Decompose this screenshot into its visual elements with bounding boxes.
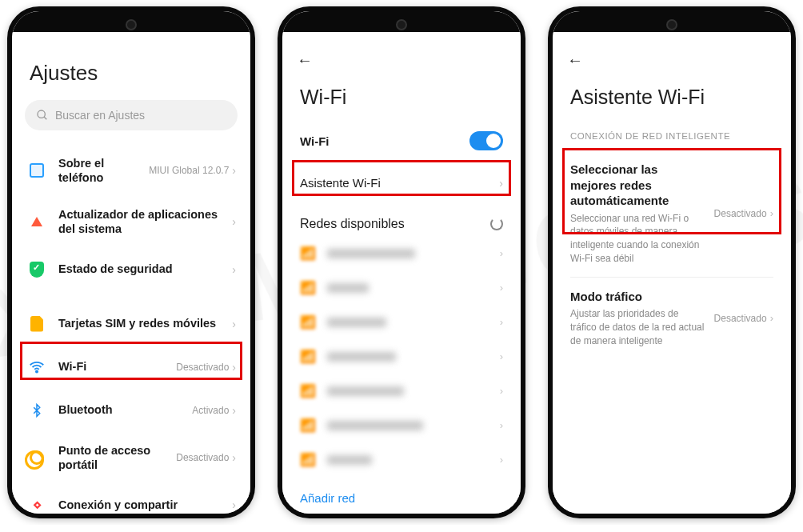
chevron-right-icon: › — [232, 164, 236, 177]
share-icon: ⋄ — [33, 496, 42, 514]
row-label: Bluetooth — [58, 402, 192, 417]
search-input[interactable]: Buscar en Ajustes — [25, 100, 238, 130]
network-name-blurred — [327, 283, 369, 293]
chevron-right-icon: › — [500, 454, 503, 466]
chevron-right-icon: › — [232, 498, 236, 511]
wifi-icon — [28, 358, 46, 376]
chevron-right-icon: › — [232, 361, 236, 374]
chevron-right-icon: › — [500, 419, 503, 431]
search-placeholder: Buscar en Ajustes — [55, 109, 145, 122]
page-title: Wi-Fi — [282, 76, 521, 126]
row-state: Desactivado› — [714, 312, 773, 324]
chevron-right-icon: › — [770, 312, 773, 324]
row-traffic-mode[interactable]: Modo tráfico Ajustar las prioridades de … — [553, 278, 791, 359]
chevron-right-icon: › — [770, 207, 773, 219]
row-connection-sharing[interactable]: ⋄ Conexión y compartir › — [17, 483, 246, 514]
network-row[interactable]: 📶› — [282, 374, 521, 408]
wifi-icon: 📶 — [300, 452, 316, 467]
chevron-right-icon: › — [500, 350, 503, 362]
row-description: Seleccionar una red Wi-Fi o datos móvile… — [570, 212, 705, 266]
row-value: MIUI Global 12.0.7 — [149, 165, 229, 176]
phone-frame-settings: Ajustes Buscar en Ajustes Sobre el teléf… — [7, 6, 255, 518]
network-row[interactable]: 📶› — [282, 305, 521, 339]
wifi-toggle-label: Wi-Fi — [300, 134, 330, 148]
page-title: Ajustes — [12, 38, 250, 100]
network-name-blurred — [327, 352, 396, 362]
search-icon — [36, 109, 49, 122]
wifi-toggle[interactable] — [469, 131, 503, 150]
wifi-toggle-row[interactable]: Wi-Fi — [282, 126, 521, 163]
network-row[interactable]: 📶› — [282, 339, 521, 374]
row-auto-select-network[interactable]: Seleccionar las mejores redes automática… — [553, 150, 791, 277]
wifi-icon: 📶 — [300, 383, 316, 398]
hotspot-icon — [30, 450, 44, 465]
wifi-icon: 📶 — [300, 349, 316, 364]
chevron-right-icon: › — [500, 316, 503, 328]
settings-list: Sobre el teléfono MIUI Global 12.0.7 › A… — [12, 145, 250, 514]
add-network-link[interactable]: Añadir red — [282, 477, 521, 514]
row-wifi[interactable]: Wi-Fi Desactivado › — [17, 346, 246, 389]
svg-line-1 — [44, 117, 46, 119]
row-value: Desactivado — [176, 362, 229, 373]
chevron-right-icon: › — [232, 318, 236, 330]
row-description: Ajustar las prioridades de tráfico de da… — [570, 307, 705, 347]
row-label: Asistente Wi-Fi — [300, 176, 381, 190]
chevron-right-icon: › — [232, 404, 236, 417]
phone-frame-wifi-assistant: ← Asistente Wi-Fi CONEXIÓN DE RED INTELI… — [548, 6, 796, 518]
chevron-right-icon: › — [500, 247, 503, 259]
section-available-networks: Redes disponibles — [282, 202, 521, 236]
network-name-blurred — [327, 421, 423, 430]
row-state: Desactivado› — [714, 207, 773, 219]
row-label: Tarjetas SIM y redes móviles — [58, 316, 232, 330]
row-label: Wi-Fi — [58, 359, 176, 374]
svg-point-2 — [36, 370, 38, 372]
bluetooth-icon — [30, 402, 44, 419]
row-about-phone[interactable]: Sobre el teléfono MIUI Global 12.0.7 › — [17, 145, 246, 196]
sim-icon — [30, 316, 43, 332]
network-name-blurred — [327, 318, 386, 327]
update-icon — [31, 217, 42, 226]
svg-point-0 — [38, 110, 45, 118]
row-hotspot[interactable]: Punto de acceso portátil Desactivado › — [17, 432, 246, 483]
network-list: 📶›📶›📶›📶›📶›📶›📶› — [282, 236, 521, 477]
phone-frame-wifi: ← Wi-Fi Wi-Fi Asistente Wi-Fi › Redes di… — [278, 6, 525, 518]
section-label: Redes disponibles — [300, 217, 405, 231]
page-title: Asistente Wi-Fi — [553, 76, 791, 126]
network-name-blurred — [327, 249, 415, 258]
row-title: Seleccionar las mejores redes automática… — [570, 162, 705, 209]
row-bluetooth[interactable]: Bluetooth Activado › — [17, 389, 246, 432]
row-system-app-updater[interactable]: Actualizador de aplicaciones del sistema… — [17, 196, 246, 247]
network-name-blurred — [327, 455, 372, 465]
row-value: Activado — [192, 405, 229, 416]
wifi-icon: 📶 — [300, 418, 316, 433]
shield-icon — [30, 262, 44, 278]
wifi-icon: 📶 — [300, 246, 316, 261]
row-label: Actualizador de aplicaciones del sistema — [58, 207, 232, 236]
row-label: Conexión y compartir — [58, 498, 232, 512]
chevron-right-icon: › — [232, 451, 236, 464]
device-icon — [30, 163, 44, 178]
network-row[interactable]: 📶› — [282, 408, 521, 442]
chevron-right-icon: › — [500, 385, 503, 397]
row-security-status[interactable]: Estado de seguridad › — [17, 248, 246, 291]
network-row[interactable]: 📶› — [282, 270, 521, 305]
chevron-right-icon: › — [232, 215, 236, 228]
network-name-blurred — [327, 386, 404, 396]
network-row[interactable]: 📶› — [282, 236, 521, 270]
chevron-right-icon: › — [499, 177, 503, 190]
back-button[interactable]: ← — [567, 51, 583, 69]
network-row[interactable]: 📶› — [282, 442, 521, 477]
row-label: Punto de acceso portátil — [58, 443, 176, 472]
row-label: Sobre el teléfono — [58, 156, 149, 185]
row-sim-cards[interactable]: Tarjetas SIM y redes móviles › — [17, 302, 246, 346]
chevron-right-icon: › — [232, 263, 236, 276]
refresh-spinner-icon[interactable] — [490, 218, 503, 230]
back-button[interactable]: ← — [297, 51, 313, 69]
row-label: Estado de seguridad — [58, 262, 232, 276]
row-title: Modo tráfico — [570, 289, 705, 305]
section-caption: CONEXIÓN DE RED INTELIGENTE — [553, 126, 791, 150]
row-wifi-assistant[interactable]: Asistente Wi-Fi › — [282, 163, 521, 202]
wifi-icon: 📶 — [300, 314, 316, 330]
wifi-icon: 📶 — [300, 280, 316, 295]
row-value: Desactivado — [176, 452, 229, 463]
